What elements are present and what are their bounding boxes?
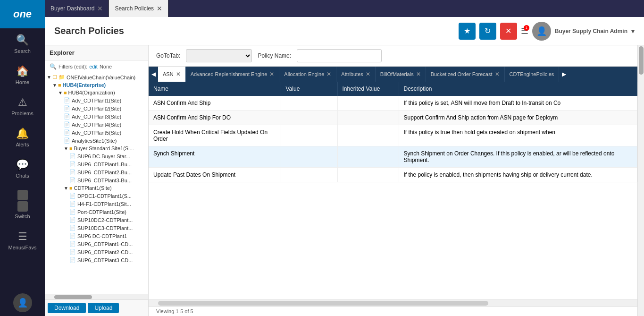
sidebar-item-home[interactable]: 🏠 Home (0, 60, 45, 91)
sidebar-item-switch[interactable]: Switch (0, 184, 45, 225)
tree-label-12: SUP6_CDTPlant2-Bu... (77, 170, 132, 175)
star-button[interactable]: ★ (459, 23, 476, 40)
policy-tab-bom[interactable]: BillOfMaterials ✕ (376, 67, 426, 82)
sidebar-logo[interactable]: one (0, 0, 45, 28)
explorer-panel: Explorer 🔍 Filters (edit): edit None ▼ ☐… (45, 45, 149, 316)
warning-icon: ⚠ (18, 96, 27, 109)
tree-item-2[interactable]: ▼ ■ HUB4(Organization) (45, 89, 148, 96)
header-close-button[interactable]: ✕ (500, 23, 517, 40)
sidebar-label-search: Search (14, 48, 31, 54)
row-0-name: ASN Confirm And Ship (149, 96, 281, 111)
tree-item-10[interactable]: 📄 SUP6 DC-Buyer Star... (45, 152, 148, 160)
tree-item-17[interactable]: 📄 Port-CDTPlant1(Site) (45, 208, 148, 216)
upload-button[interactable]: Upload (88, 303, 119, 313)
policy-tab-bom-close[interactable]: ✕ (416, 71, 421, 77)
tree-label-9: Buyer Standard Site1(Si... (74, 145, 134, 151)
col-header-desc: Description (399, 82, 637, 96)
tree-item-3[interactable]: 📄 Adv_CDTPlant1(Site) (45, 96, 148, 104)
tree-label-1: HUB4(Enterprise) (63, 82, 106, 88)
sidebar-item-problems[interactable]: ⚠ Problems (0, 91, 45, 122)
doc-icon-20: 📄 (69, 233, 76, 239)
policy-tab-attributes[interactable]: Attributes ✕ (336, 67, 375, 82)
sidebar-item-menus[interactable]: ☰ Menus/Favs (0, 225, 45, 256)
expand-icon-2[interactable]: ▼ (58, 90, 63, 95)
table-row-2[interactable]: Create Hold When Critical Fields Updated… (149, 125, 637, 146)
doc-icon-5: 📄 (64, 113, 70, 120)
table-row-3[interactable]: Synch Shipment Synch Shipment on Order C… (149, 146, 637, 168)
goto-select[interactable] (186, 49, 252, 62)
policy-tab-allocation[interactable]: Allocation Engine ✕ (279, 67, 336, 82)
policy-tab-cdt[interactable]: CDTEnginePolicies (505, 67, 560, 82)
tree-item-15[interactable]: 📄 DPDC1-CDTPlant1(S... (45, 192, 148, 200)
table-row-0[interactable]: ASN Confirm And Ship If this policy is s… (149, 96, 637, 111)
tree-label-22: SUP6_CDTPlant2-CD... (77, 249, 133, 255)
policy-tab-bof-close[interactable]: ✕ (495, 71, 500, 77)
tree-label-8: AnalyticsSite1(Site) (72, 138, 117, 144)
row-1-name: ASN Confirm And Ship For DO (149, 111, 281, 125)
table-hscroll[interactable] (149, 299, 637, 306)
tree-item-16[interactable]: 📄 H4-F1-CDTPlant1(Sit... (45, 200, 148, 208)
expand-icon-14[interactable]: ▼ (64, 186, 68, 191)
tab-bar: Buyer Dashboard ✕ Search Policies ✕ (45, 0, 644, 17)
sidebar-item-alerts[interactable]: 🔔 Alerts (0, 122, 45, 153)
tree-item-11[interactable]: 📄 SUP6_CDTPlant1-Bu... (45, 160, 148, 168)
policy-tab-are-close[interactable]: ✕ (269, 71, 274, 77)
tree-item-20[interactable]: 📄 SUP6 DC-CDTPlant1 (45, 232, 148, 240)
goto-label: GoToTab: (156, 52, 180, 59)
tree-item-12[interactable]: 📄 SUP6_CDTPlant2-Bu... (45, 168, 148, 176)
tree-item-8[interactable]: 📄 AnalyticsSite1(Site) (45, 137, 148, 145)
switch-icon (17, 190, 28, 212)
menu-notification-button[interactable]: ☰ 1 (521, 26, 528, 36)
tree-item-22[interactable]: 📄 SUP6_CDTPlant2-CD... (45, 248, 148, 256)
user-dropdown-arrow[interactable]: ▾ (631, 27, 635, 35)
table-row-4[interactable]: Update Past Dates On Shipment If the pol… (149, 168, 637, 182)
sidebar-item-search[interactable]: 🔍 Search (0, 28, 45, 60)
policy-name-input[interactable] (297, 49, 382, 62)
policy-tab-asn-close[interactable]: ✕ (176, 71, 181, 77)
policy-tab-bof[interactable]: Bucketized Order Forecast ✕ (426, 67, 505, 82)
policy-tab-are[interactable]: Advanced Replenishment Engine ✕ (186, 67, 280, 82)
expand-icon-0[interactable]: ▼ (47, 75, 51, 80)
header-actions: ★ ↻ ✕ ☰ 1 👤 Buyer Supply Chain Admin ▾ (459, 22, 635, 41)
tab-search-policies-close[interactable]: ✕ (157, 5, 162, 12)
tree-item-9[interactable]: ▼ ■ Buyer Standard Site1(Si... (45, 145, 148, 152)
expand-icon-1[interactable]: ▼ (52, 83, 57, 88)
explorer-hscroll[interactable] (45, 294, 148, 299)
tree-label-18: SUP10DC2-CDTPlant... (77, 217, 133, 223)
table-header-row: Name Value Inherited Value Description (149, 82, 637, 96)
tree-item-21[interactable]: 📄 SUP6_CDTPlant1-CD... (45, 240, 148, 248)
tree-item-0[interactable]: ▼ ☐ 📁 ONEIValueChain(ValueChain) (45, 73, 148, 81)
policy-tabs-left-nav[interactable]: ◀ (149, 67, 158, 82)
tree-item-7[interactable]: 📄 Adv_CDTPlant5(Site) (45, 128, 148, 137)
chain-icon-0: 📁 (59, 74, 65, 80)
user-avatar-bottom[interactable]: 👤 (13, 293, 32, 312)
tab-buyer-dashboard[interactable]: Buyer Dashboard ✕ (45, 0, 109, 17)
table-vscroll[interactable] (637, 45, 644, 316)
download-button[interactable]: Download (48, 303, 86, 313)
tree-item-14[interactable]: ▼ ■ CDTPlant1(Site) (45, 184, 148, 192)
doc-icon-12: 📄 (69, 169, 76, 175)
tab-buyer-dashboard-close[interactable]: ✕ (97, 5, 103, 12)
doc-icon-17: 📄 (69, 209, 76, 215)
filters-edit-link[interactable]: edit (89, 64, 98, 69)
policy-tab-attributes-close[interactable]: ✕ (366, 71, 370, 77)
doc-icon-10: 📄 (69, 153, 76, 159)
tree-item-1[interactable]: ▼ ■ HUB4(Enterprise) (45, 81, 148, 89)
policy-tabs-right-nav[interactable]: ▶ (559, 67, 569, 82)
refresh-button[interactable]: ↻ (479, 23, 496, 40)
sidebar-item-chats[interactable]: 💬 Chats (0, 153, 45, 184)
tree-item-18[interactable]: 📄 SUP10DC2-CDTPlant... (45, 216, 148, 224)
tree-item-13[interactable]: 📄 SUP6_CDTPlant3-Bu... (45, 176, 148, 184)
tree-item-19[interactable]: 📄 SUP10DC3-CDTPlant... (45, 224, 148, 232)
tree-item-5[interactable]: 📄 Adv_CDTPlant3(Site) (45, 112, 148, 120)
filter-icon: 🔍 (50, 63, 57, 70)
tab-search-policies[interactable]: Search Policies ✕ (109, 0, 168, 17)
tree-item-4[interactable]: 📄 Adv_CDTPlant2(Site) (45, 104, 148, 112)
tree-item-6[interactable]: 📄 Adv_CDTPlant4(Site) (45, 120, 148, 128)
policy-tab-asn[interactable]: ASN ✕ (158, 67, 186, 82)
tree-label-0: ONEIValueChain(ValueChain) (67, 75, 135, 80)
policy-tab-allocation-close[interactable]: ✕ (326, 71, 331, 77)
expand-icon-9[interactable]: ▼ (64, 146, 68, 151)
table-row-1[interactable]: ASN Confirm And Ship For DO Support Conf… (149, 111, 637, 125)
tree-item-23[interactable]: 📄 SUP6_CDTPlant3-CD... (45, 256, 148, 264)
